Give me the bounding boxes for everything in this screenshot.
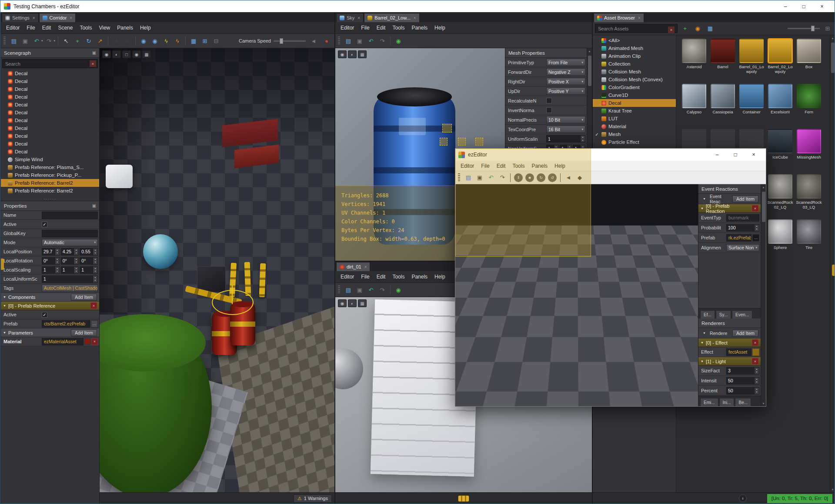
expander-icon[interactable]: ▼	[3, 331, 6, 334]
toolbar-handle[interactable]	[338, 285, 340, 294]
speaker-icon[interactable]: ◄	[563, 172, 574, 183]
menu-item[interactable]: Panels	[408, 271, 431, 282]
scroll-down-icon[interactable]: ▾	[761, 401, 766, 406]
asset-item[interactable]: Barrel	[708, 38, 737, 83]
remove-renderer-icon[interactable]: ×	[752, 339, 758, 346]
remove-material-icon[interactable]: ×	[91, 338, 98, 345]
restart-icon[interactable]: ↻	[537, 173, 545, 182]
spinner-arrows[interactable]: ▴▾	[73, 258, 78, 264]
search-clear-icon[interactable]: ×	[90, 60, 96, 67]
particle-panel-scrollbar[interactable]: ▴ ▾	[761, 184, 766, 406]
toolbar-handle[interactable]	[458, 173, 460, 182]
expander-icon[interactable]: ▼	[3, 304, 6, 307]
asset-thumbnail[interactable]	[797, 174, 821, 199]
redo-icon[interactable]: ↷	[377, 285, 387, 295]
loop-icon[interactable]: ↺	[548, 173, 557, 182]
menu-item[interactable]: File	[357, 271, 373, 282]
save-icon[interactable]: ▤	[343, 36, 354, 46]
asset-thumbnail[interactable]	[797, 129, 821, 153]
scenegraph-item[interactable]: Decal	[1, 77, 99, 85]
asset-item[interactable]: Barrel_02_Lowpoly	[766, 38, 795, 83]
panel-tab[interactable]: Ef...	[700, 310, 715, 318]
spinner-arrows[interactable]: ▴▾	[55, 249, 60, 255]
copy-icon[interactable]: ▣	[354, 36, 365, 46]
scenegraph-search-input[interactable]	[2, 59, 98, 68]
asset-type-item[interactable]: ✓ Particle Effect	[593, 138, 676, 146]
menu-item[interactable]: Tools	[389, 271, 408, 282]
asset-item[interactable]: Barrel_01_Lowpoly	[737, 38, 766, 83]
browse-asset-icon[interactable]: …	[752, 234, 759, 242]
instant-play-icon[interactable]: ϟ	[161, 36, 171, 46]
pin-icon[interactable]: ◆	[574, 172, 585, 183]
add-component-button[interactable]: Add Item	[71, 294, 97, 301]
menu-item[interactable]: Tools	[389, 22, 408, 33]
undo-dropdown-icon[interactable]: ▾	[41, 39, 43, 43]
material-asset-field[interactable]: ezMaterialAsset	[42, 338, 84, 345]
scenegraph-item[interactable]: Decal	[1, 85, 99, 93]
value-dropdown[interactable]: 10 Bit ▾	[546, 116, 585, 123]
asset-type-item[interactable]: ✓ ColorGradient	[593, 83, 676, 91]
snap-toggle-icon[interactable]: ⊞	[200, 36, 210, 46]
scroll-up-icon[interactable]: ▴	[587, 48, 592, 54]
scaling-spinbox[interactable]: 1 ▴▾	[61, 266, 79, 274]
asset-type-item[interactable]: ✓ Animated Mesh	[593, 44, 676, 52]
spinner-arrows[interactable]: ▴▾	[55, 267, 60, 273]
asset-thumbnail[interactable]	[768, 84, 792, 108]
menu-item[interactable]: Help	[431, 271, 449, 282]
menu-item[interactable]: Scene	[54, 22, 76, 33]
spinner-arrows[interactable]: ▴▾	[754, 225, 759, 231]
play-scene-icon[interactable]: ◉	[138, 36, 149, 46]
value-spinbox[interactable]: 1 ▴▾	[546, 135, 585, 143]
log-status-badge[interactable]: [Un: 0, Tr: 5, Th: 0, Err: 0]	[767, 494, 832, 503]
redo-icon[interactable]: ↷	[44, 36, 54, 46]
scenegraph-item[interactable]: Prefab Reference: Barrel2	[1, 187, 99, 195]
position-spinbox[interactable]: 29.7 ▴▾	[42, 248, 60, 255]
scroll-up-icon[interactable]: ▴	[761, 184, 766, 190]
asset-thumbnail[interactable]	[768, 219, 792, 244]
asset-item[interactable]: ExcelsiorII	[766, 83, 795, 128]
asset-type-item[interactable]: ✓ Mesh	[593, 130, 676, 138]
toolbar-handle[interactable]	[3, 36, 6, 45]
menu-item[interactable]: Editor	[3, 22, 23, 33]
tab-close-icon[interactable]: ×	[414, 16, 416, 20]
effect-renderer-band[interactable]: ▼ [0] - Effect ×	[698, 338, 761, 347]
component-active-checkbox[interactable]: ✓	[42, 312, 47, 318]
grid-toggle-icon[interactable]: ▦	[188, 36, 199, 46]
log-pause-icon[interactable]: ‖	[739, 494, 747, 502]
asset-thumbnail[interactable]	[711, 39, 735, 63]
asset-type-item[interactable]: ✓ Collection	[593, 60, 676, 68]
expander-icon[interactable]: ▼	[701, 360, 704, 363]
remove-component-icon[interactable]: ×	[90, 302, 97, 309]
selection-handle[interactable]	[458, 138, 466, 146]
camera-icon[interactable]: ◉	[132, 50, 141, 58]
remove-renderer-icon[interactable]: ×	[752, 358, 758, 365]
browse-prefab-icon[interactable]: …	[91, 320, 98, 328]
panel-float-icon[interactable]: ▣	[92, 50, 96, 55]
expander-icon[interactable]: ▼	[701, 329, 708, 338]
menu-item[interactable]: Edit	[39, 22, 55, 33]
asset-item[interactable]: ScannedRock03_LQ	[795, 173, 823, 219]
tab-close-icon[interactable]: ×	[357, 16, 360, 20]
camera-speed-knob[interactable]	[280, 38, 283, 44]
maximize-button[interactable]: □	[795, 1, 813, 12]
scenegraph-item[interactable]: Decal	[1, 101, 99, 109]
launch-player-icon[interactable]: ϟ	[172, 36, 183, 46]
asset-type-item[interactable]: ✓ LUT	[593, 115, 676, 123]
menu-item[interactable]: Edit	[373, 22, 389, 33]
menu-item[interactable]: Edit	[373, 271, 389, 282]
effect-asset-icon[interactable]	[752, 348, 759, 356]
toolbar-handle[interactable]	[338, 36, 340, 45]
asset-thumbnail[interactable]	[768, 39, 792, 63]
shading-mode-icon[interactable]: ◐	[348, 50, 357, 58]
panel-tab[interactable]: Be...	[735, 398, 751, 406]
copy-icon[interactable]: ▣	[474, 172, 485, 183]
menu-item[interactable]: Editor	[337, 22, 357, 33]
undo-icon[interactable]: ↶	[366, 285, 376, 295]
asset-type-item[interactable]: ✓ Kraut Tree	[593, 107, 676, 115]
selection-handle[interactable]	[440, 138, 448, 146]
asset-type-item[interactable]: ✓ Decal	[593, 99, 676, 107]
collapsed-panel-tab[interactable]	[1, 259, 4, 270]
asset-item[interactable]: MissingMesh	[795, 128, 823, 173]
scaling-spinbox[interactable]: 1 ▴▾	[80, 266, 98, 274]
menu-item[interactable]: File	[478, 161, 493, 171]
